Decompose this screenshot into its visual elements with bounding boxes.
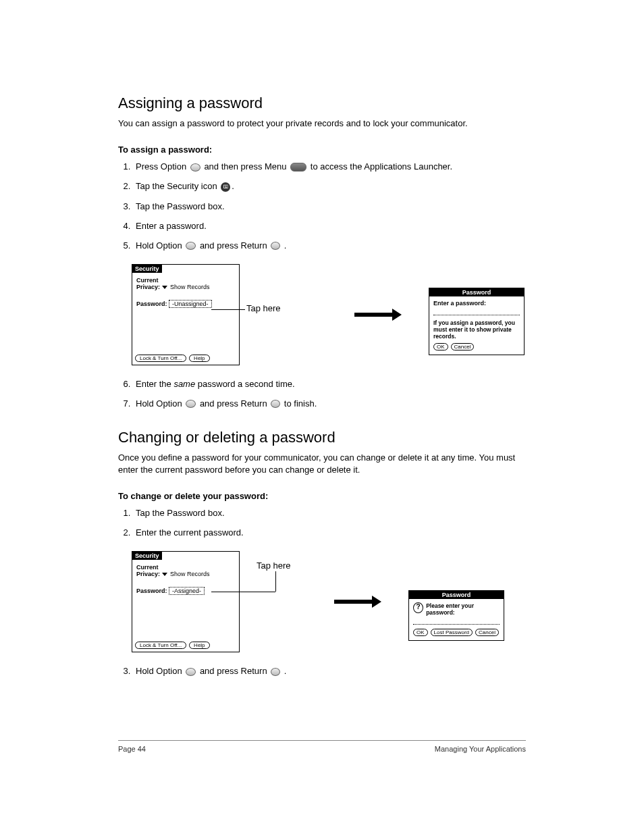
subhead-assign: To assign a password: [118,145,526,155]
subhead-change: To change or delete your password: [118,491,526,501]
password-box[interactable]: -Unassigned- [169,300,212,308]
step-text: to access the Applications Launcher. [311,161,452,172]
lock-turnoff-button[interactable]: Lock & Turn Off... [135,355,186,362]
tap-here-callout: Tap here [257,561,291,571]
password-label: Password: [136,301,167,307]
callout-line [211,309,245,310]
privacy-value[interactable]: Show Records [170,571,210,577]
steps-assign: Press Option and then press Menu to acce… [118,161,526,251]
intro-assign: You can assign a password to protect you… [118,118,526,130]
dialog-title: Password [429,288,524,296]
password-dialog-2: Password ? Please enter your password: O… [408,590,504,641]
footer-left: Page 44 [118,745,146,753]
step-text: . [232,181,234,191]
privacy-label: Privacy: [136,571,160,577]
intro-change: Once you define a password for your comm… [118,452,526,476]
return-icon [271,668,280,676]
step-2: Enter the current password. [133,527,526,538]
ok-button[interactable]: OK [433,343,448,350]
option-icon [190,163,200,172]
heading-assign: Assigning a password [118,95,526,112]
arrow-icon [334,595,381,608]
step-3: Hold Option and press Return . [133,666,526,676]
security-icon: ⚿ [221,182,230,192]
step-1: Tap the Password box. [133,508,526,518]
tap-here-callout: Tap here [246,303,281,313]
dialog-prompt: Please enter your password: [426,602,500,616]
step-text: to finish. [284,398,317,409]
return-icon [271,400,280,408]
step-1: Press Option and then press Menu to acce… [133,161,526,172]
page-footer: Page 44 Managing Your Applications [118,740,526,753]
question-icon: ? [413,602,423,613]
cancel-button[interactable]: Cancel [475,629,499,636]
option-icon [186,668,196,676]
dropdown-icon[interactable] [162,286,167,289]
lock-turnoff-button[interactable]: Lock & Turn Off... [135,642,186,649]
step-text: and then press Menu [204,161,289,172]
step-7: Hold Option and press Return to finish. [133,398,526,409]
screen-title: Security [132,552,162,560]
heading-change: Changing or deleting a password [118,429,526,446]
return-icon [271,242,280,250]
step-text: and press Return [200,666,269,676]
figure-1: Security Current Privacy: Show Records P… [132,264,526,365]
step-text: Press Option [136,161,189,172]
menu-icon [290,163,306,172]
step-text: Tap the Security icon [136,181,219,191]
steps-assign-cont: Enter the same password a second time. H… [118,379,526,409]
step-emphasis: same [173,379,195,389]
steps-change: Tap the Password box. Enter the current … [118,508,526,538]
help-button[interactable]: Help [189,355,209,362]
callout-line-v [275,571,276,592]
step-4: Enter a password. [133,221,526,231]
privacy-value[interactable]: Show Records [170,284,210,290]
password-input[interactable] [433,309,520,315]
step-text: . [284,240,287,251]
current-label: Current [136,564,159,571]
dropdown-icon[interactable] [162,573,167,576]
dialog-title: Password [409,591,504,599]
option-icon [186,242,196,250]
figure-2: Security Current Privacy: Show Records P… [132,551,526,652]
callout-line-h [211,592,275,592]
dialog-note: If you assign a password, you must enter… [433,319,520,340]
lost-password-button[interactable]: Lost Password [431,629,473,636]
password-box[interactable]: -Assigned- [169,587,205,595]
ok-button[interactable]: OK [413,629,428,636]
step-text: Hold Option [136,240,184,251]
arrow-icon [354,308,402,321]
password-input[interactable] [413,619,500,625]
screen-title: Security [132,265,162,273]
option-icon [186,400,196,408]
security-screen-2: Security Current Privacy: Show Records P… [132,551,240,652]
step-5: Hold Option and press Return . [133,240,526,251]
step-2: Tap the Security icon ⚿. [133,181,526,192]
step-3: Tap the Password box. [133,201,526,211]
step-text: Enter the [136,379,173,389]
step-6: Enter the same password a second time. [133,379,526,389]
steps-change-cont: Hold Option and press Return . [118,666,526,676]
step-text: and press Return [200,240,269,251]
step-text: . [284,666,287,676]
password-label: Password: [136,588,167,594]
step-text: and press Return [200,398,269,409]
security-screen-1: Security Current Privacy: Show Records P… [132,264,240,365]
help-button[interactable]: Help [189,642,209,649]
cancel-button[interactable]: Cancel [451,343,475,350]
step-text: Hold Option [136,666,184,676]
footer-right: Managing Your Applications [435,745,526,753]
step-text: Hold Option [136,398,184,409]
password-dialog-1: Password Enter a password: If you assign… [429,288,525,355]
step-text: password a second time. [195,379,294,389]
privacy-label: Privacy: [136,284,160,290]
current-label: Current [136,277,159,284]
dialog-prompt: Enter a password: [433,300,520,307]
